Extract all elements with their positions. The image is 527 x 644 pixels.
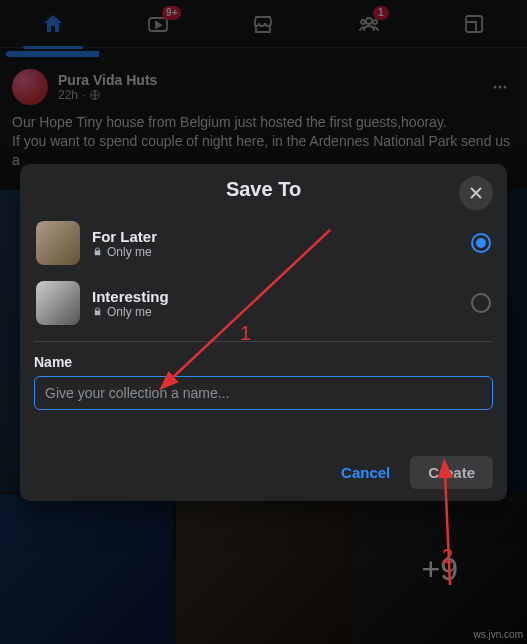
collection-row[interactable]: For Later Only me	[34, 213, 493, 273]
collection-name: Interesting	[92, 288, 459, 305]
collection-radio[interactable]	[471, 293, 491, 313]
collection-privacy: Only me	[107, 305, 152, 319]
modal-title: Save To	[226, 178, 301, 201]
collection-thumb	[36, 221, 80, 265]
lock-icon	[92, 306, 103, 317]
lock-icon	[92, 246, 103, 257]
close-icon	[467, 184, 485, 202]
create-button[interactable]: Create	[410, 456, 493, 489]
collection-name-input[interactable]	[34, 376, 493, 410]
collection-name: For Later	[92, 228, 459, 245]
watermark: ws.jvn.com	[474, 629, 523, 640]
save-to-modal: Save To For Later Only me Interesting On…	[20, 164, 507, 501]
modal-divider	[34, 341, 493, 342]
cancel-button[interactable]: Cancel	[329, 456, 402, 489]
annotation-number-1: 1	[240, 322, 251, 345]
name-label: Name	[34, 354, 493, 370]
collection-privacy: Only me	[107, 245, 152, 259]
collection-radio[interactable]	[471, 233, 491, 253]
collection-thumb	[36, 281, 80, 325]
close-button[interactable]	[459, 176, 493, 210]
collection-row[interactable]: Interesting Only me	[34, 273, 493, 333]
annotation-number-2: 2	[442, 545, 453, 568]
